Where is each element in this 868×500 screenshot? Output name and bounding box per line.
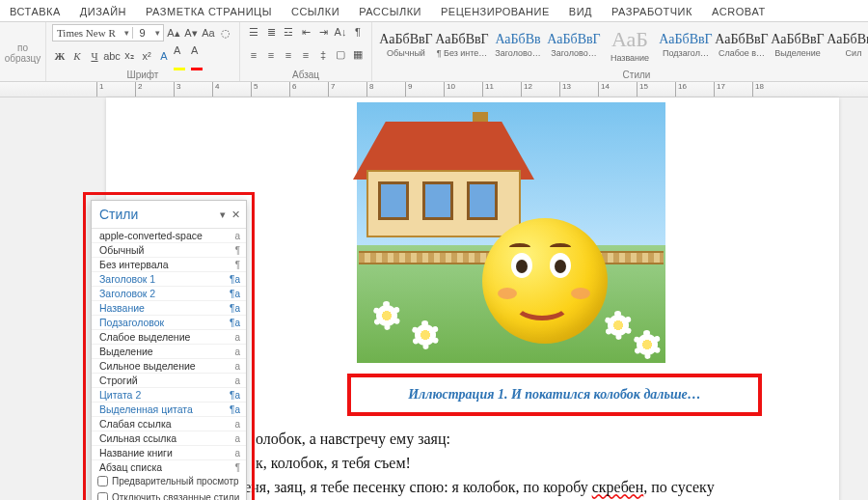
italic-button[interactable]: К bbox=[69, 48, 85, 64]
caption-text[interactable]: Иллюстрация 1. И покатился колобок дальш… bbox=[408, 387, 701, 403]
font-color-button[interactable]: A bbox=[191, 48, 206, 64]
tab-разметка страницы[interactable]: РАЗМЕТКА СТРАНИЦЫ bbox=[136, 2, 282, 21]
font-name-selector[interactable]: Times New R▾ 9▾ bbox=[52, 24, 164, 42]
tab-разработчик[interactable]: РАЗРАБОТЧИК bbox=[602, 2, 702, 21]
styles-pane-item[interactable]: Без интервала¶ bbox=[92, 258, 246, 272]
pane-close-icon[interactable]: ✕ bbox=[231, 208, 240, 221]
grow-font-icon[interactable]: A▴ bbox=[166, 25, 181, 41]
align-left-icon[interactable]: ≡ bbox=[246, 47, 261, 63]
styles-pane-item[interactable]: Слабая ссылкаa bbox=[92, 417, 246, 431]
font-size: 9 bbox=[132, 27, 151, 39]
bullets-icon[interactable]: ☰ bbox=[246, 24, 261, 40]
styles-task-pane: Стили ▾ ✕ apple-converted-spaceaОбычный¶… bbox=[91, 200, 247, 500]
caption-highlight: Иллюстрация 1. И покатился колобок дальш… bbox=[347, 374, 762, 416]
font-group-label: Шрифт bbox=[52, 69, 233, 81]
font-name: Times New R bbox=[53, 27, 121, 39]
styles-pane-item[interactable]: Сильная ссылкаa bbox=[92, 431, 246, 446]
shrink-font-icon[interactable]: A▾ bbox=[183, 25, 199, 41]
align-right-icon[interactable]: ≡ bbox=[281, 47, 296, 63]
styles-pane-title: Стили bbox=[99, 207, 138, 222]
multilevel-icon[interactable]: ☲ bbox=[281, 24, 296, 40]
tab-ссылки[interactable]: ССЫЛКИ bbox=[282, 2, 349, 21]
tab-рецензирование[interactable]: РЕЦЕНЗИРОВАНИЕ bbox=[431, 2, 559, 21]
underline-button[interactable]: Ч bbox=[87, 48, 102, 64]
shading-icon[interactable]: ▢ bbox=[333, 47, 348, 63]
styles-pane-item[interactable]: Подзаголовок¶a bbox=[92, 316, 246, 330]
kolobok-character bbox=[482, 218, 608, 344]
style-gallery-item[interactable]: АаБбВвЗаголово… bbox=[490, 24, 546, 65]
align-center-icon[interactable]: ≡ bbox=[263, 47, 279, 63]
line-spacing-icon[interactable]: ‡ bbox=[315, 47, 331, 63]
para-group-label: Абзац bbox=[246, 69, 366, 81]
styles-pane-item[interactable]: Выделенная цитата¶a bbox=[92, 403, 246, 417]
tab-дизайн[interactable]: ДИЗАЙН bbox=[70, 2, 136, 21]
bold-button[interactable]: Ж bbox=[52, 48, 68, 64]
styles-pane-item[interactable]: Заголовок 2¶a bbox=[92, 287, 246, 301]
styles-pane-item[interactable]: Слабое выделениеa bbox=[92, 330, 246, 345]
styles-pane-item[interactable]: apple-converted-spacea bbox=[92, 229, 246, 243]
style-gallery-item[interactable]: АаБбВвГЗаголово… bbox=[546, 24, 602, 65]
illustration-image bbox=[357, 102, 665, 363]
subscript-button[interactable]: x₂ bbox=[122, 48, 137, 64]
styles-group-label: Стили bbox=[378, 69, 868, 81]
highlight-button[interactable]: A bbox=[174, 48, 189, 64]
style-gallery-item[interactable]: АаБбВвГОбычный bbox=[378, 24, 434, 65]
show-marks-icon[interactable]: ¶ bbox=[350, 24, 366, 40]
styles-pane-list: apple-converted-spaceaОбычный¶Без интерв… bbox=[92, 228, 246, 473]
numbering-icon[interactable]: ≣ bbox=[263, 24, 279, 40]
styles-pane-item[interactable]: Название¶a bbox=[92, 301, 246, 316]
clear-format-icon[interactable]: ◌ bbox=[218, 25, 233, 41]
indent-inc-icon[interactable]: ⇥ bbox=[315, 24, 331, 40]
tab-вид[interactable]: ВИД bbox=[559, 2, 602, 21]
sort-icon[interactable]: A↓ bbox=[333, 24, 348, 40]
change-case-icon[interactable]: Aa bbox=[201, 25, 216, 41]
styles-pane-item[interactable]: Обычный¶ bbox=[92, 243, 246, 258]
document-body-text[interactable]: олобок, а навстречу ему заяц: к, колобок… bbox=[159, 428, 834, 500]
style-gallery-item[interactable]: АаБбВвГ¶ Без инте… bbox=[434, 24, 490, 65]
paragraph-group: ☰ ≣ ☲ ⇤ ⇥ A↓ ¶ ≡ ≡ ≡ ≡ ‡ ▢ ▦ Абзац bbox=[240, 22, 372, 81]
ribbon: по образцу Times New R▾ 9▾ A▴ A▾ Aa ◌ Ж … bbox=[0, 22, 868, 82]
format-painter-label: по образцу bbox=[5, 42, 41, 64]
pane-dropdown-icon[interactable]: ▾ bbox=[220, 208, 226, 221]
clipboard-group: по образцу bbox=[0, 22, 46, 81]
styles-pane-item[interactable]: Название книгиa bbox=[92, 446, 246, 460]
justify-icon[interactable]: ≡ bbox=[298, 47, 313, 63]
styles-pane-item[interactable]: Цитата 2¶a bbox=[92, 388, 246, 403]
text-effects-button[interactable]: A bbox=[156, 48, 172, 64]
tab-acrobat[interactable]: ACROBAT bbox=[702, 2, 775, 21]
style-gallery-item[interactable]: АаБбВвГПодзагол… bbox=[658, 24, 714, 65]
style-gallery-item[interactable]: АаБНазвание bbox=[602, 24, 658, 65]
styles-group: АаБбВвГОбычныйАаБбВвГ¶ Без инте…АаБбВвЗа… bbox=[372, 22, 868, 81]
document-canvas: Иллюстрация 1. И покатился колобок дальш… bbox=[0, 97, 868, 500]
font-group: Times New R▾ 9▾ A▴ A▾ Aa ◌ Ж К Ч abc x₂ … bbox=[46, 22, 240, 81]
horizontal-ruler[interactable]: 123456789101112131415161718 bbox=[0, 82, 868, 97]
style-gallery-item[interactable]: АаБбВвГСлабое в… bbox=[714, 24, 770, 65]
style-gallery-item[interactable]: АаБбВвГВыделение bbox=[770, 24, 826, 65]
styles-pane-item[interactable]: Выделениеa bbox=[92, 345, 246, 359]
style-gallery: АаБбВвГОбычныйАаБбВвГ¶ Без инте…АаБбВвЗа… bbox=[378, 24, 868, 65]
styles-pane-item[interactable]: Абзац списка¶ bbox=[92, 460, 246, 473]
strike-button[interactable]: abc bbox=[104, 48, 120, 64]
styles-pane-item[interactable]: Заголовок 1¶a bbox=[92, 272, 246, 287]
tab-рассылки[interactable]: РАССЫЛКИ bbox=[349, 2, 431, 21]
style-gallery-item[interactable]: АаБбВвГСил bbox=[826, 24, 868, 65]
indent-dec-icon[interactable]: ⇤ bbox=[298, 24, 313, 40]
borders-icon[interactable]: ▦ bbox=[350, 47, 366, 63]
styles-pane-item[interactable]: Строгийa bbox=[92, 374, 246, 388]
preview-checkbox[interactable]: Предварительный просмотр bbox=[92, 473, 246, 489]
tab-вставка[interactable]: ВСТАВКА bbox=[0, 2, 70, 21]
styles-pane-item[interactable]: Сильное выделениеa bbox=[92, 359, 246, 374]
ribbon-tabs: ВСТАВКАДИЗАЙНРАЗМЕТКА СТРАНИЦЫССЫЛКИРАСС… bbox=[0, 0, 868, 22]
superscript-button[interactable]: x² bbox=[139, 48, 154, 64]
disable-linked-checkbox[interactable]: Отключить связанные стили bbox=[92, 489, 246, 500]
